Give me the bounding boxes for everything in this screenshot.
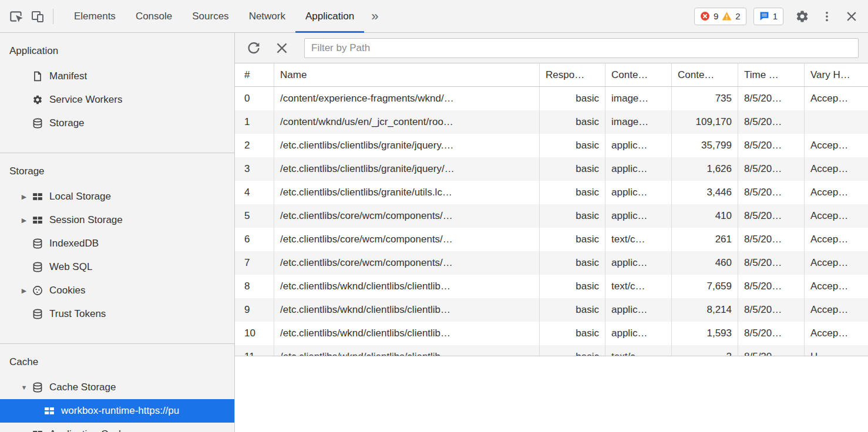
- cell: Accep…: [805, 298, 868, 322]
- cell: 9: [235, 298, 274, 322]
- cell: basic: [540, 275, 605, 298]
- cell: /etc.clientlibs/core/wcm/components/…: [274, 251, 540, 275]
- cell: text/c…: [605, 275, 672, 298]
- cell: 8/5/20…: [738, 298, 805, 322]
- tab-elements[interactable]: Elements: [64, 0, 126, 33]
- cell: 0: [235, 87, 274, 110]
- cell: /etc.clientlibs/wknd/clientlibs/clientli…: [274, 345, 540, 356]
- cell: 8/5/20…: [738, 157, 805, 181]
- table-row[interactable]: 6/etc.clientlibs/core/wcm/components/…ba…: [235, 228, 868, 251]
- sidebar-item-web-sql[interactable]: Web SQL: [0, 255, 234, 279]
- cell: basic: [540, 204, 605, 228]
- table-row[interactable]: 7/etc.clientlibs/core/wcm/components/…ba…: [235, 251, 868, 275]
- table-row[interactable]: 8/etc.clientlibs/wknd/clientlibs/clientl…: [235, 275, 868, 298]
- database-icon: [32, 382, 43, 393]
- cache-toolbar: [235, 33, 868, 63]
- issues-badge[interactable]: 1: [753, 8, 783, 25]
- tab-network[interactable]: Network: [239, 0, 295, 33]
- device-toolbar-button[interactable]: [27, 6, 48, 27]
- filter-by-path-input[interactable]: [304, 38, 859, 58]
- table-body: 0/content/experience-fragments/wknd/…bas…: [235, 87, 868, 356]
- table-row[interactable]: 0/content/experience-fragments/wknd/…bas…: [235, 87, 868, 110]
- cell: basic: [540, 251, 605, 275]
- sidebar-item-storage[interactable]: Storage: [0, 112, 234, 135]
- cell: 8/5/20…: [738, 322, 805, 345]
- sidebar-item-application-cache[interactable]: Application Cache: [0, 423, 234, 432]
- database-icon: [32, 308, 43, 320]
- sidebar-section-cache: Cache▼Cache Storageworkbox-runtime-https…: [0, 344, 234, 432]
- panel-tabs: ElementsConsoleSourcesNetworkApplication: [64, 0, 364, 33]
- cell: 1,593: [672, 322, 738, 345]
- sidebar-item-session-storage[interactable]: ▶Session Storage: [0, 208, 234, 232]
- refresh-button[interactable]: [243, 38, 264, 59]
- section-title-cache: Cache: [0, 349, 234, 376]
- cell: 8: [235, 275, 274, 298]
- sidebar-item-service-workers[interactable]: Service Workers: [0, 88, 234, 112]
- cell: H…: [805, 345, 868, 356]
- close-icon: [846, 11, 857, 22]
- settings-button[interactable]: [792, 6, 813, 27]
- kebab-menu-icon: [821, 11, 833, 22]
- column-header-0[interactable]: #: [235, 63, 274, 86]
- cell: 735: [672, 87, 738, 110]
- table-header-row: #NameRespo…Conte…Conte…Time …Vary H…: [235, 63, 868, 87]
- column-header-6[interactable]: Vary H…: [805, 63, 868, 86]
- warning-count: 2: [735, 11, 740, 21]
- cell: 8/5/20…: [738, 204, 805, 228]
- sidebar-item-cookies[interactable]: ▶Cookies: [0, 279, 234, 302]
- more-tabs-button[interactable]: »: [364, 0, 385, 32]
- table-row[interactable]: 3/etc.clientlibs/clientlibs/granite/jque…: [235, 157, 868, 181]
- sidebar-section-application: ApplicationManifestService WorkersStorag…: [0, 33, 234, 153]
- cell: 8/5/20…: [738, 228, 805, 251]
- column-header-5[interactable]: Time …: [738, 63, 805, 86]
- table-row[interactable]: 10/etc.clientlibs/wknd/clientlibs/client…: [235, 322, 868, 345]
- cell: [805, 110, 868, 134]
- table-row[interactable]: 2/etc.clientlibs/clientlibs/granite/jque…: [235, 134, 868, 157]
- error-icon: [700, 11, 710, 21]
- close-devtools-button[interactable]: [841, 6, 862, 27]
- cell: 261: [672, 228, 738, 251]
- sidebar-item-workbox-runtime-https-pu[interactable]: workbox-runtime-https://pu: [0, 399, 234, 423]
- chevron-down-icon[interactable]: ▼: [16, 384, 32, 391]
- sidebar-item-trust-tokens[interactable]: Trust Tokens: [0, 302, 234, 326]
- document-icon: [32, 70, 43, 82]
- sidebar-item-indexeddb[interactable]: IndexedDB: [0, 232, 234, 255]
- tab-sources[interactable]: Sources: [182, 0, 238, 33]
- sidebar-item-label: Session Storage: [49, 214, 123, 226]
- table-row[interactable]: 9/etc.clientlibs/wknd/clientlibs/clientl…: [235, 298, 868, 322]
- column-header-1[interactable]: Name: [274, 63, 540, 86]
- cell: 5: [235, 204, 274, 228]
- tab-application[interactable]: Application: [295, 0, 364, 33]
- chevron-right-icon[interactable]: ▶: [16, 193, 32, 201]
- delete-selected-button[interactable]: [271, 38, 292, 59]
- database-icon: [32, 117, 43, 129]
- preview-pane: [235, 356, 868, 432]
- cell: basic: [540, 181, 605, 204]
- table-row[interactable]: 11/etc.clientlibs/wknd/clientlibs/client…: [235, 345, 868, 356]
- table-row[interactable]: 4/etc.clientlibs/clientlibs/granite/util…: [235, 181, 868, 204]
- errors-warnings-badge[interactable]: 9 2: [694, 8, 746, 25]
- chevron-right-icon[interactable]: ▶: [16, 287, 32, 295]
- table-row[interactable]: 1/content/wknd/us/en/_jcr_content/roo…ba…: [235, 110, 868, 134]
- cell: basic: [540, 110, 605, 134]
- sidebar-item-label: Cookies: [49, 285, 85, 296]
- column-header-2[interactable]: Respo…: [540, 63, 605, 86]
- chevron-right-icon[interactable]: ▶: [16, 217, 32, 224]
- table-row[interactable]: 5/etc.clientlibs/core/wcm/components/…ba…: [235, 204, 868, 228]
- cell: applic…: [605, 322, 672, 345]
- sidebar-item-cache-storage[interactable]: ▼Cache Storage: [0, 376, 234, 399]
- column-header-3[interactable]: Conte…: [605, 63, 672, 86]
- cell: 2: [672, 345, 738, 356]
- column-header-4[interactable]: Conte…: [672, 63, 738, 86]
- more-options-button[interactable]: [816, 6, 837, 27]
- cell: 8/5/20…: [738, 275, 805, 298]
- cell: 7,659: [672, 275, 738, 298]
- sidebar-item-manifest[interactable]: Manifest: [0, 65, 234, 88]
- cell: /etc.clientlibs/core/wcm/components/…: [274, 228, 540, 251]
- inspect-element-button[interactable]: [6, 6, 27, 27]
- clear-x-icon: [275, 42, 288, 55]
- sidebar-item-local-storage[interactable]: ▶Local Storage: [0, 185, 234, 208]
- tab-console[interactable]: Console: [126, 0, 182, 33]
- cell: Accep…: [805, 275, 868, 298]
- cell: basic: [540, 322, 605, 345]
